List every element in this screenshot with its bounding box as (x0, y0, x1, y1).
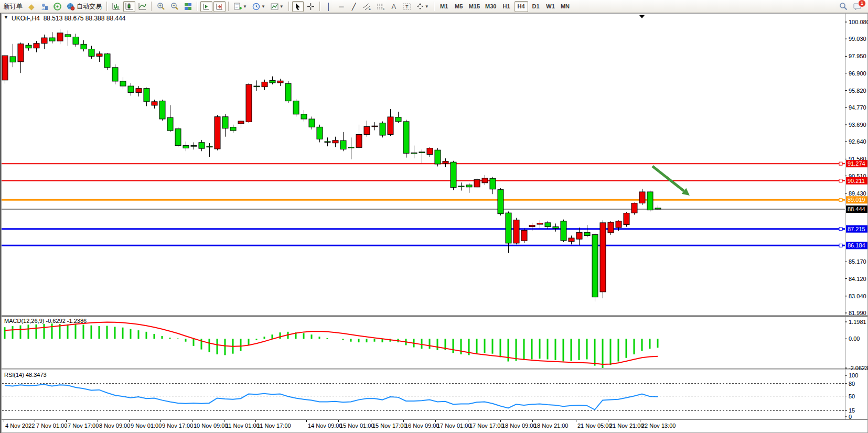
chart-window[interactable]: 100.08099.03097.95096.90095.82094.77093.… (0, 13, 868, 433)
price-badge: 86.184 (846, 242, 867, 249)
notifications-icon[interactable]: 1 (851, 1, 864, 12)
svg-text:18 Nov 09:00: 18 Nov 09:00 (502, 423, 536, 429)
one-click-trading-toggle[interactable]: ▼ (4, 15, 8, 20)
svg-text:17 Nov 17:00: 17 Nov 17:00 (469, 423, 503, 429)
periods-clock-icon[interactable]: ▼ (250, 1, 267, 12)
svg-text:15: 15 (849, 407, 855, 414)
svg-text:91.274: 91.274 (848, 160, 865, 167)
chevron-down-icon: ▼ (261, 4, 265, 9)
svg-text:T: T (405, 4, 409, 9)
line-chart-type-icon[interactable] (136, 1, 148, 12)
timeframe-group: M1M5M15M30H1H4D1W1MN (437, 1, 573, 12)
toolbar-separator (151, 2, 152, 11)
new-order-button[interactable]: 新订单 (2, 1, 25, 12)
svg-text:96.900: 96.900 (849, 70, 866, 77)
svg-text:1.1981: 1.1981 (849, 319, 866, 325)
svg-text:10 Nov 09:00: 10 Nov 09:00 (194, 423, 228, 429)
svg-text:89.430: 89.430 (849, 190, 866, 197)
timeframe-mn-button[interactable]: MN (559, 1, 572, 12)
fibonacci-icon[interactable]: F (374, 1, 387, 12)
svg-text:16 Nov 09:00: 16 Nov 09:00 (405, 423, 439, 429)
svg-text:4 Nov 2022: 4 Nov 2022 (5, 423, 35, 429)
svg-text:14 Nov 09:00: 14 Nov 09:00 (308, 423, 342, 429)
templates-icon[interactable]: ▼ (269, 1, 286, 12)
market-watch-icon[interactable] (38, 1, 50, 12)
symbol-period: UKOil-,H4 (12, 15, 40, 22)
timeframe-h4-button[interactable]: H4 (515, 1, 528, 12)
search-icon[interactable] (837, 1, 850, 12)
notification-badge: 1 (858, 0, 866, 7)
chart-canvas[interactable]: 100.08099.03097.95096.90095.82094.77093.… (1, 13, 868, 433)
svg-text:99.030: 99.030 (849, 36, 866, 42)
svg-text:22 Nov 13:00: 22 Nov 13:00 (641, 423, 676, 429)
add-indicator-icon[interactable]: ▼ (232, 1, 249, 12)
vertical-line-icon[interactable]: │ (323, 1, 335, 12)
svg-text:87.215: 87.215 (848, 226, 865, 232)
svg-text:F: F (383, 7, 385, 10)
svg-text:11 Nov 01:00: 11 Nov 01:00 (226, 423, 260, 429)
svg-text:92.640: 92.640 (849, 138, 866, 145)
svg-text:84.120: 84.120 (849, 276, 866, 282)
zoom-out-icon[interactable] (168, 1, 181, 12)
orders-icon[interactable]: ◆ (26, 1, 37, 12)
svg-text:17 Nov 01:00: 17 Nov 01:00 (437, 423, 471, 429)
candle-chart-type-icon[interactable] (123, 1, 135, 12)
rsi-indicator-label: RSI(14) 48.3473 (4, 372, 47, 378)
price-badge: 90.211 (846, 177, 867, 185)
toolbar-separator (106, 2, 108, 11)
timeframe-h1-button[interactable]: H1 (500, 1, 513, 12)
svg-text:9 Nov 17:00: 9 Nov 17:00 (162, 423, 193, 429)
horizontal-line-icon[interactable]: ─ (336, 1, 347, 12)
svg-text:100.080: 100.080 (849, 19, 868, 25)
svg-text:15 Nov 17:00: 15 Nov 17:00 (372, 423, 406, 429)
label-icon[interactable]: T (401, 1, 413, 12)
timeframe-m1-button[interactable]: M1 (437, 1, 451, 12)
timeframe-d1-button[interactable]: D1 (529, 1, 543, 12)
autotrade-globe-icon (67, 3, 75, 10)
channel-icon[interactable]: E (361, 1, 373, 12)
svg-text:0: 0 (849, 414, 852, 420)
ohlc-values: 88.513 88.675 88.388 88.444 (44, 15, 126, 22)
timeframe-m5-button[interactable]: M5 (452, 1, 466, 12)
text-icon[interactable]: A (388, 1, 400, 12)
svg-text:100: 100 (849, 372, 858, 378)
price-badge: 91.274 (846, 160, 867, 167)
timeframe-w1-button[interactable]: W1 (544, 1, 558, 12)
main-toolbar: 新订单 ◆ 自动交易 (0, 0, 868, 13)
trendline-icon[interactable]: ╱ (348, 1, 360, 12)
svg-text:86.184: 86.184 (848, 242, 865, 248)
svg-text:0.00: 0.00 (849, 335, 860, 342)
svg-text:21 Nov 05:00: 21 Nov 05:00 (577, 423, 612, 429)
svg-text:E: E (369, 7, 371, 10)
arrows-icon[interactable]: ▼ (414, 1, 431, 12)
mt4-terminal: 新订单 ◆ 自动交易 (0, 0, 868, 433)
crosshair-icon[interactable] (305, 1, 317, 12)
svg-text:94.770: 94.770 (849, 104, 866, 111)
svg-text:88.444: 88.444 (848, 206, 865, 212)
svg-text:-2.0623: -2.0623 (849, 365, 868, 371)
toolbar-separator (288, 2, 290, 11)
toolbar-separator (197, 2, 198, 11)
cursor-icon[interactable] (292, 1, 304, 12)
svg-text:90.211: 90.211 (848, 178, 865, 184)
svg-text:18 Nov 21:00: 18 Nov 21:00 (534, 423, 568, 429)
timeframe-m15-button[interactable]: M15 (467, 1, 482, 12)
autotrade-button[interactable]: 自动交易 (65, 1, 104, 12)
bar-chart-type-icon[interactable] (110, 1, 122, 12)
price-badge: 89.019 (846, 196, 867, 203)
chart-shift-icon[interactable] (213, 1, 226, 12)
autotrade-label: 自动交易 (77, 2, 102, 11)
svg-text:95.820: 95.820 (849, 88, 866, 94)
svg-text:21 Nov 21:00: 21 Nov 21:00 (609, 423, 644, 429)
svg-text:85.170: 85.170 (849, 258, 866, 265)
chart-title: UKOil-,H4 88.513 88.675 88.388 88.444 (12, 15, 126, 22)
svg-text:50: 50 (849, 393, 855, 399)
timeframe-m30-button[interactable]: M30 (483, 1, 498, 12)
toolbar-separator (319, 2, 320, 11)
svg-text:81.990: 81.990 (849, 310, 866, 316)
macd-indicator-label: MACD(12,26,9) -0.6292 -1.2386 (4, 318, 87, 324)
auto-scroll-icon[interactable] (200, 1, 212, 12)
signals-icon[interactable] (51, 1, 63, 12)
tile-windows-icon[interactable] (182, 1, 194, 12)
zoom-in-icon[interactable] (155, 1, 167, 12)
